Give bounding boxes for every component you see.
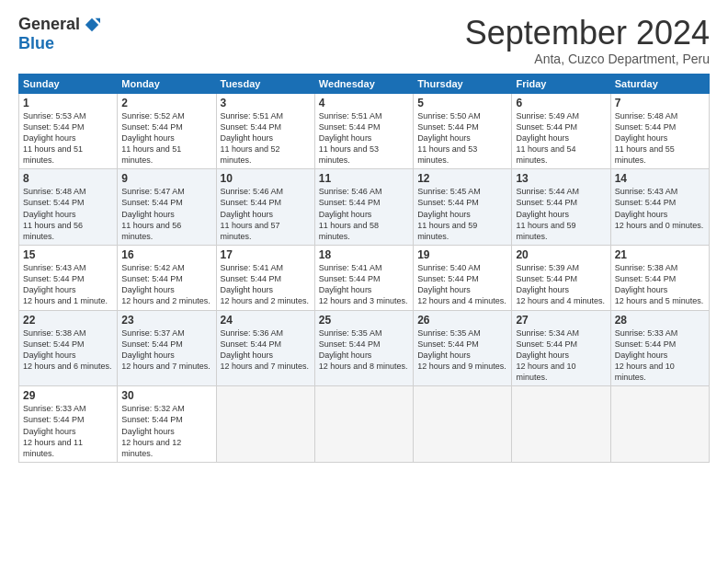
table-row: [512, 386, 610, 463]
day-number: 17: [221, 248, 311, 261]
day-info: Sunrise: 5:35 AMSunset: 5:44 PMDaylight …: [319, 328, 408, 371]
day-info: Sunrise: 5:38 AMSunset: 5:44 PMDaylight …: [23, 328, 112, 371]
table-row: 22 Sunrise: 5:38 AMSunset: 5:44 PMDaylig…: [19, 310, 118, 386]
day-info: Sunrise: 5:47 AMSunset: 5:44 PMDaylight …: [121, 187, 185, 241]
day-info: Sunrise: 5:53 AMSunset: 5:44 PMDaylight …: [23, 111, 86, 166]
day-info: Sunrise: 5:51 AMSunset: 5:44 PMDaylight …: [319, 111, 382, 166]
table-row: 6 Sunrise: 5:49 AMSunset: 5:44 PMDayligh…: [512, 93, 610, 169]
day-info: Sunrise: 5:44 AMSunset: 5:44 PMDaylight …: [516, 187, 579, 241]
day-number: 12: [417, 172, 507, 185]
table-row: 5 Sunrise: 5:50 AMSunset: 5:44 PMDayligh…: [414, 93, 512, 169]
table-row: 3 Sunrise: 5:51 AMSunset: 5:44 PMDayligh…: [216, 93, 314, 169]
day-number: 30: [121, 389, 211, 402]
calendar-header-row: Sunday Monday Tuesday Wednesday Thursday…: [19, 74, 710, 93]
day-info: Sunrise: 5:48 AMSunset: 5:44 PMDaylight …: [23, 187, 86, 241]
month-title: September 2024: [465, 15, 710, 52]
day-number: 26: [417, 314, 507, 327]
calendar: Sunday Monday Tuesday Wednesday Thursday…: [18, 74, 710, 463]
day-info: Sunrise: 5:33 AMSunset: 5:44 PMDaylight …: [615, 328, 678, 383]
table-row: [216, 386, 314, 463]
page: General Blue September 2024 Anta, Cuzco …: [0, 0, 728, 563]
day-info: Sunrise: 5:45 AMSunset: 5:44 PMDaylight …: [417, 187, 481, 241]
header-sunday: Sunday: [19, 74, 118, 93]
table-row: 10 Sunrise: 5:46 AMSunset: 5:44 PMDaylig…: [216, 169, 314, 246]
header-friday: Friday: [512, 74, 610, 93]
day-info: Sunrise: 5:46 AMSunset: 5:44 PMDaylight …: [221, 187, 284, 241]
day-info: Sunrise: 5:49 AMSunset: 5:44 PMDaylight …: [516, 111, 579, 166]
day-number: 13: [516, 172, 606, 185]
table-row: 16 Sunrise: 5:42 AMSunset: 5:44 PMDaylig…: [118, 246, 216, 311]
day-info: Sunrise: 5:33 AMSunset: 5:44 PMDaylight …: [23, 404, 86, 458]
day-info: Sunrise: 5:42 AMSunset: 5:44 PMDaylight …: [121, 263, 210, 305]
day-info: Sunrise: 5:38 AMSunset: 5:44 PMDaylight …: [615, 263, 704, 305]
day-number: 3: [221, 97, 311, 109]
table-row: 30 Sunrise: 5:32 AMSunset: 5:44 PMDaylig…: [118, 386, 216, 463]
day-number: 25: [319, 314, 409, 327]
table-row: 28 Sunrise: 5:33 AMSunset: 5:44 PMDaylig…: [610, 310, 709, 386]
day-number: 18: [319, 248, 409, 261]
table-row: 13 Sunrise: 5:44 AMSunset: 5:44 PMDaylig…: [512, 169, 610, 246]
table-row: 11 Sunrise: 5:46 AMSunset: 5:44 PMDaylig…: [314, 169, 413, 246]
table-row: 23 Sunrise: 5:37 AMSunset: 5:44 PMDaylig…: [118, 310, 216, 386]
day-number: 6: [516, 97, 606, 109]
calendar-week-5: 29 Sunrise: 5:33 AMSunset: 5:44 PMDaylig…: [19, 386, 710, 463]
table-row: 2 Sunrise: 5:52 AMSunset: 5:44 PMDayligh…: [118, 93, 216, 169]
day-info: Sunrise: 5:37 AMSunset: 5:44 PMDaylight …: [121, 328, 210, 371]
day-info: Sunrise: 5:41 AMSunset: 5:44 PMDaylight …: [319, 263, 408, 305]
title-block: September 2024 Anta, Cuzco Department, P…: [465, 15, 710, 66]
day-info: Sunrise: 5:46 AMSunset: 5:44 PMDaylight …: [319, 187, 382, 241]
day-number: 5: [417, 97, 507, 109]
day-info: Sunrise: 5:43 AMSunset: 5:44 PMDaylight …: [615, 187, 704, 229]
subtitle: Anta, Cuzco Department, Peru: [465, 52, 710, 66]
calendar-week-2: 8 Sunrise: 5:48 AMSunset: 5:44 PMDayligh…: [19, 169, 710, 246]
day-number: 19: [417, 248, 507, 261]
table-row: [414, 386, 512, 463]
table-row: 27 Sunrise: 5:34 AMSunset: 5:44 PMDaylig…: [512, 310, 610, 386]
table-row: 29 Sunrise: 5:33 AMSunset: 5:44 PMDaylig…: [19, 386, 118, 463]
table-row: [610, 386, 709, 463]
day-info: Sunrise: 5:41 AMSunset: 5:44 PMDaylight …: [221, 263, 310, 305]
day-info: Sunrise: 5:32 AMSunset: 5:44 PMDaylight …: [121, 404, 185, 458]
day-info: Sunrise: 5:52 AMSunset: 5:44 PMDaylight …: [121, 111, 185, 166]
table-row: 21 Sunrise: 5:38 AMSunset: 5:44 PMDaylig…: [610, 246, 709, 311]
day-info: Sunrise: 5:39 AMSunset: 5:44 PMDaylight …: [516, 263, 605, 305]
day-number: 8: [23, 172, 113, 185]
table-row: 15 Sunrise: 5:43 AMSunset: 5:44 PMDaylig…: [19, 246, 118, 311]
logo-general-text: General: [18, 15, 80, 34]
logo-blue-text: Blue: [18, 34, 54, 53]
day-number: 1: [23, 97, 113, 109]
day-info: Sunrise: 5:50 AMSunset: 5:44 PMDaylight …: [417, 111, 481, 166]
header-tuesday: Tuesday: [216, 74, 314, 93]
table-row: 4 Sunrise: 5:51 AMSunset: 5:44 PMDayligh…: [314, 93, 413, 169]
day-info: Sunrise: 5:34 AMSunset: 5:44 PMDaylight …: [516, 328, 579, 383]
day-info: Sunrise: 5:36 AMSunset: 5:44 PMDaylight …: [221, 328, 310, 371]
header-thursday: Thursday: [414, 74, 512, 93]
table-row: 24 Sunrise: 5:36 AMSunset: 5:44 PMDaylig…: [216, 310, 314, 386]
day-info: Sunrise: 5:40 AMSunset: 5:44 PMDaylight …: [417, 263, 506, 305]
table-row: 19 Sunrise: 5:40 AMSunset: 5:44 PMDaylig…: [414, 246, 512, 311]
day-number: 22: [23, 314, 113, 327]
table-row: 9 Sunrise: 5:47 AMSunset: 5:44 PMDayligh…: [118, 169, 216, 246]
day-number: 24: [221, 314, 311, 327]
table-row: 20 Sunrise: 5:39 AMSunset: 5:44 PMDaylig…: [512, 246, 610, 311]
day-info: Sunrise: 5:51 AMSunset: 5:44 PMDaylight …: [221, 111, 284, 166]
day-number: 28: [615, 314, 705, 327]
day-info: Sunrise: 5:35 AMSunset: 5:44 PMDaylight …: [417, 328, 506, 371]
day-number: 21: [615, 248, 705, 261]
table-row: [314, 386, 413, 463]
table-row: 12 Sunrise: 5:45 AMSunset: 5:44 PMDaylig…: [414, 169, 512, 246]
header-saturday: Saturday: [610, 74, 709, 93]
logo: General Blue: [18, 15, 100, 53]
day-info: Sunrise: 5:48 AMSunset: 5:44 PMDaylight …: [615, 111, 678, 166]
day-number: 29: [23, 389, 113, 402]
day-number: 16: [121, 248, 211, 261]
table-row: 26 Sunrise: 5:35 AMSunset: 5:44 PMDaylig…: [414, 310, 512, 386]
day-number: 4: [319, 97, 409, 109]
day-number: 2: [121, 97, 211, 109]
logo-icon: [84, 17, 100, 33]
table-row: 8 Sunrise: 5:48 AMSunset: 5:44 PMDayligh…: [19, 169, 118, 246]
day-number: 20: [516, 248, 606, 261]
table-row: 7 Sunrise: 5:48 AMSunset: 5:44 PMDayligh…: [610, 93, 709, 169]
day-number: 27: [516, 314, 606, 327]
day-number: 14: [615, 172, 705, 185]
